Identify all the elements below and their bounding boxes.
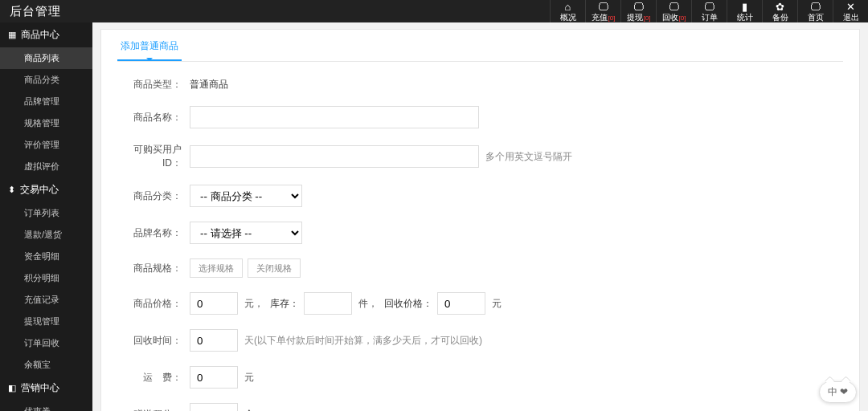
- cat-select[interactable]: -- 商品分类 --: [190, 185, 302, 207]
- topnav-退出[interactable]: ✕退出: [833, 0, 868, 22]
- bars-icon: ▮: [742, 2, 747, 12]
- recycle-time-hint: 天(以下单付款后时间开始算，满多少天后，才可以回收): [244, 334, 482, 348]
- brand-label: 品牌名称：: [117, 226, 190, 240]
- recycle-price-unit: 元: [492, 297, 502, 311]
- tab-row: 添加普通商品: [117, 30, 843, 62]
- sidebar-item-订单列表[interactable]: 订单列表: [0, 202, 92, 224]
- stock-input[interactable]: [304, 292, 352, 315]
- sidebar-item-充值记录[interactable]: 充值记录: [0, 289, 92, 311]
- type-label: 商品类型：: [117, 78, 190, 92]
- sidebar-item-虚拟评价[interactable]: 虚拟评价: [0, 156, 92, 177]
- buyer-label: 可购买用户ID：: [117, 143, 190, 170]
- recycle-time-input[interactable]: [190, 329, 238, 352]
- name-label: 商品名称：: [117, 111, 190, 124]
- sidebar-section-营销中心[interactable]: ◧营销中心: [0, 376, 92, 401]
- sidebar-item-退款/退货[interactable]: 退款/退货: [0, 224, 92, 246]
- topbar: 后台管理 ⌂概况🖵充值[0]🖵提现[0]🖵回收[0]🖵订单▮统计✿备份🖵首页✕退…: [0, 0, 868, 22]
- price-label: 商品价格：: [117, 297, 190, 311]
- ime-float[interactable]: 中 ❤: [819, 381, 857, 403]
- topnav-订单[interactable]: 🖵订单: [691, 0, 727, 22]
- brand-select[interactable]: -- 请选择 --: [190, 222, 302, 244]
- gear-icon: ✿: [776, 2, 784, 12]
- recycle-price-label: 回收价格：: [384, 297, 432, 311]
- ship-label: 运 费：: [117, 371, 190, 385]
- main-content: 添加普通商品 商品类型： 普通商品 商品名称： 可购买用户ID： 多个用英文逗号…: [92, 22, 868, 411]
- monitor-icon: 🖵: [704, 2, 714, 12]
- home-icon: ⌂: [565, 2, 571, 12]
- name-input[interactable]: [190, 106, 479, 128]
- sidebar-item-评价管理[interactable]: 评价管理: [0, 134, 92, 156]
- tab-add-product[interactable]: 添加普通商品: [117, 33, 182, 61]
- topnav-首页[interactable]: 🖵首页: [797, 0, 833, 22]
- points-input[interactable]: [190, 403, 238, 411]
- monitor-icon: 🖵: [598, 2, 608, 12]
- spec-label: 商品规格：: [117, 262, 190, 275]
- stock-unit: 件，: [358, 297, 378, 311]
- topnav-提现[interactable]: 🖵提现[0]: [620, 0, 656, 22]
- spec-select-button[interactable]: 选择规格: [190, 258, 243, 278]
- sidebar-item-余额宝[interactable]: 余额宝: [0, 354, 92, 376]
- chart-icon: ⬍: [8, 185, 15, 195]
- sidebar: ▦商品中心商品列表商品分类品牌管理规格管理评价管理虚拟评价⬍交易中心订单列表退款…: [0, 22, 92, 411]
- monitor-icon: 🖵: [669, 2, 679, 12]
- sidebar-item-提现管理[interactable]: 提现管理: [0, 311, 92, 332]
- type-value: 普通商品: [190, 78, 228, 92]
- sidebar-item-品牌管理[interactable]: 品牌管理: [0, 91, 92, 112]
- tag-icon: ◧: [8, 383, 16, 393]
- sidebar-item-规格管理[interactable]: 规格管理: [0, 112, 92, 134]
- points-label: 赠送积分：: [117, 408, 190, 412]
- form-card: 添加普通商品 商品类型： 普通商品 商品名称： 可购买用户ID： 多个用英文逗号…: [100, 29, 860, 411]
- grid-icon: ▦: [8, 30, 16, 40]
- topnav-回收[interactable]: 🖵回收[0]: [656, 0, 691, 22]
- topnav-备份[interactable]: ✿备份: [762, 0, 797, 22]
- sidebar-item-积分明细[interactable]: 积分明细: [0, 267, 92, 289]
- product-form: 商品类型： 普通商品 商品名称： 可购买用户ID： 多个用英文逗号隔开 商品分类…: [117, 62, 843, 411]
- spec-close-button[interactable]: 关闭规格: [248, 258, 301, 278]
- buyer-hint: 多个用英文逗号隔开: [485, 150, 572, 164]
- price-input[interactable]: [190, 292, 238, 315]
- price-unit: 元，: [244, 297, 264, 311]
- topnav-概况[interactable]: ⌂概况: [550, 0, 585, 22]
- top-nav: ⌂概况🖵充值[0]🖵提现[0]🖵回收[0]🖵订单▮统计✿备份🖵首页✕退出: [550, 0, 868, 22]
- buyer-input[interactable]: [190, 145, 479, 168]
- close-icon: ✕: [846, 2, 855, 12]
- recycle-price-input[interactable]: [437, 292, 485, 315]
- monitor-icon: 🖵: [633, 2, 644, 12]
- ship-unit: 元: [244, 371, 254, 385]
- monitor-icon: 🖵: [810, 2, 821, 12]
- topnav-充值[interactable]: 🖵充值[0]: [585, 0, 620, 22]
- sidebar-item-订单回收[interactable]: 订单回收: [0, 332, 92, 354]
- stock-label: 库存：: [270, 297, 299, 311]
- cat-label: 商品分类：: [117, 189, 190, 203]
- app-title: 后台管理: [0, 4, 61, 19]
- sidebar-section-商品中心[interactable]: ▦商品中心: [0, 22, 92, 47]
- sidebar-section-交易中心[interactable]: ⬍交易中心: [0, 177, 92, 202]
- points-unit: 个: [244, 408, 254, 412]
- topnav-统计[interactable]: ▮统计: [727, 0, 762, 22]
- ship-input[interactable]: [190, 366, 238, 389]
- sidebar-item-商品列表[interactable]: 商品列表: [0, 47, 92, 69]
- sidebar-item-商品分类[interactable]: 商品分类: [0, 69, 92, 91]
- sidebar-item-资金明细[interactable]: 资金明细: [0, 246, 92, 267]
- sidebar-item-优惠券[interactable]: 优惠券: [0, 401, 92, 411]
- recycle-time-label: 回收时间：: [117, 334, 190, 348]
